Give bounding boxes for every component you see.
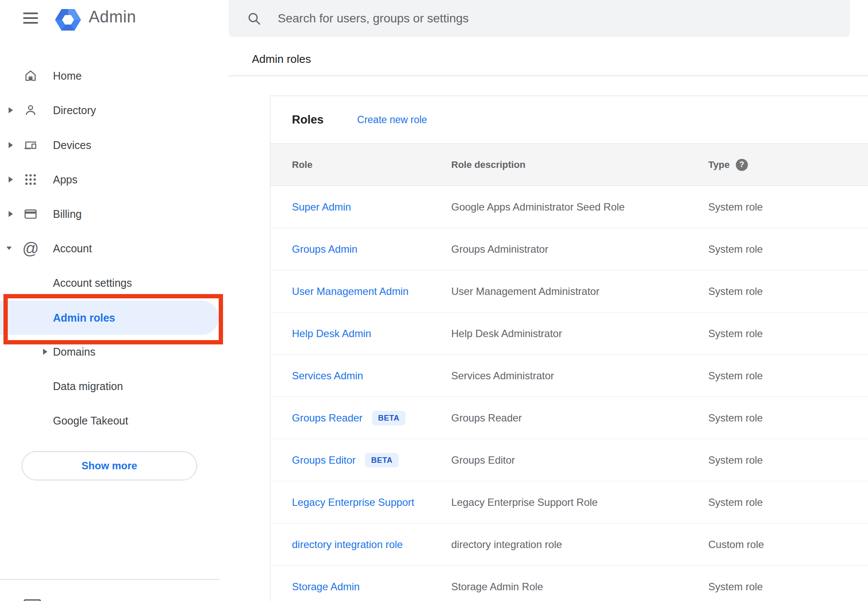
column-header-description: Role description [451,159,525,170]
column-header-role: Role [292,159,313,170]
role-link[interactable]: directory integration role [292,539,403,551]
sidebar-item-label: Account [53,242,92,255]
chevron-down-icon[interactable] [6,245,12,251]
sidebar-item-devices[interactable]: Devices [0,128,222,162]
sidebar-item-data-migration[interactable]: Data migration [0,369,222,403]
table-row: Help Desk AdminHelp Desk AdministratorSy… [270,313,868,355]
sidebar-item-label: Billing [53,208,82,220]
chevron-right-icon[interactable] [9,211,14,217]
role-type: System role [708,370,868,382]
sidebar-item-apps[interactable]: Apps [0,162,222,197]
chevron-right-icon[interactable] [9,107,14,113]
role-type: Custom role [708,539,868,551]
show-more-button[interactable]: Show more [22,451,197,480]
table-header-row: Role Role description Type ? [270,143,868,186]
sidebar-item-label: Google Takeout [53,415,128,427]
sidebar-item-directory[interactable]: Directory [0,93,222,127]
chevron-right-icon[interactable] [43,349,48,355]
role-type: System role [708,496,868,508]
table-row: directory integration roledirectory inte… [270,524,868,566]
table-row: Super AdminGoogle Apps Administrator See… [270,186,868,228]
admin-logo-icon [55,6,81,33]
sidebar-item-google-takeout[interactable]: Google Takeout [0,403,222,438]
apps-icon [23,172,38,187]
account-icon: @ [23,241,38,256]
role-type: System role [708,412,868,424]
role-link[interactable]: Storage Admin [292,581,360,593]
role-link[interactable]: User Management Admin [292,285,409,297]
search-icon [247,11,261,26]
role-description: directory integration role [451,539,708,551]
sidebar-item-domains[interactable]: Domains [0,335,222,369]
beta-badge: BETA [372,411,406,425]
sidebar-item-label: Devices [53,139,91,152]
card-header: Roles Create new role [270,96,868,143]
sidebar-item-label: Data migration [53,380,123,393]
role-description: Google Apps Administrator Seed Role [451,201,708,213]
sidebar-item-account-settings[interactable]: Account settings [0,266,222,300]
chevron-right-icon[interactable] [9,142,14,148]
home-icon [23,68,38,84]
role-cell: Storage Admin [292,581,451,593]
role-link[interactable]: Groups Editor [292,454,356,466]
table-row: Services AdminServices AdministratorSyst… [270,355,868,397]
table-row: Storage AdminStorage Admin RoleSystem ro… [270,566,868,601]
role-type: System role [708,328,868,340]
table-row: Legacy Enterprise SupportLegacy Enterpri… [270,481,868,524]
directory-icon [23,102,38,118]
role-link[interactable]: Groups Reader [292,412,363,424]
role-link[interactable]: Groups Admin [292,243,357,255]
role-cell: Super Admin [292,201,451,213]
role-cell: Groups ReaderBETA [292,411,451,425]
devices-icon [23,137,38,153]
sidebar-item-home[interactable]: Home [0,59,222,93]
sidebar-item-label: Home [53,70,82,82]
role-type: System role [708,454,868,466]
sidebar-item-label: Account settings [53,277,132,289]
role-description: Groups Administrator [451,243,708,255]
role-description: Groups Reader [451,412,708,424]
content-divider [229,75,868,76]
create-new-role-link[interactable]: Create new role [357,114,427,126]
role-description: Services Administrator [451,370,708,382]
role-cell: Help Desk Admin [292,328,451,340]
sidebar-item-label: Apps [53,173,78,186]
role-description: Legacy Enterprise Support Role [451,496,708,508]
role-description: Groups Editor [451,454,708,466]
sidebar: Admin Home Directory [0,0,222,601]
role-link[interactable]: Help Desk Admin [292,328,371,340]
google-admin-console: Admin Home Directory [0,0,868,601]
role-cell: Legacy Enterprise Support [292,496,451,508]
role-type: System role [708,581,868,593]
sidebar-item-label: Admin roles [53,312,115,324]
search-bar[interactable]: Search for users, groups or settings [229,0,850,37]
role-link[interactable]: Legacy Enterprise Support [292,496,414,508]
role-cell: User Management Admin [292,285,451,297]
sidebar-item-label: Directory [53,104,96,117]
search-placeholder: Search for users, groups or settings [278,12,469,25]
role-link[interactable]: Services Admin [292,370,363,382]
sidebar-item-label: Domains [53,346,96,358]
role-cell: Groups EditorBETA [292,453,451,468]
role-link[interactable]: Super Admin [292,201,351,213]
chevron-right-icon[interactable] [9,177,14,183]
role-type: System role [708,201,868,213]
help-icon[interactable]: ? [736,159,748,171]
sidebar-item-billing[interactable]: Billing [0,197,222,231]
cutoff-nav-icon [24,599,41,601]
roles-card: Roles Create new role Role Role descript… [270,96,868,601]
menu-icon[interactable] [23,12,38,24]
billing-icon [23,206,38,222]
role-cell: directory integration role [292,539,451,551]
sidebar-item-account[interactable]: @ Account [0,231,222,266]
table-row: Groups AdminGroups AdministratorSystem r… [270,228,868,270]
sidebar-item-admin-roles[interactable]: Admin roles [0,300,219,335]
breadcrumb: Admin roles [252,53,311,66]
page-title: Roles [292,113,324,127]
role-type: System role [708,243,868,255]
product-name: Admin [89,8,136,26]
table-row: User Management AdminUser Management Adm… [270,270,868,313]
role-description: Help Desk Administrator [451,328,708,340]
sidebar-divider [0,579,220,580]
beta-badge: BETA [365,453,399,468]
